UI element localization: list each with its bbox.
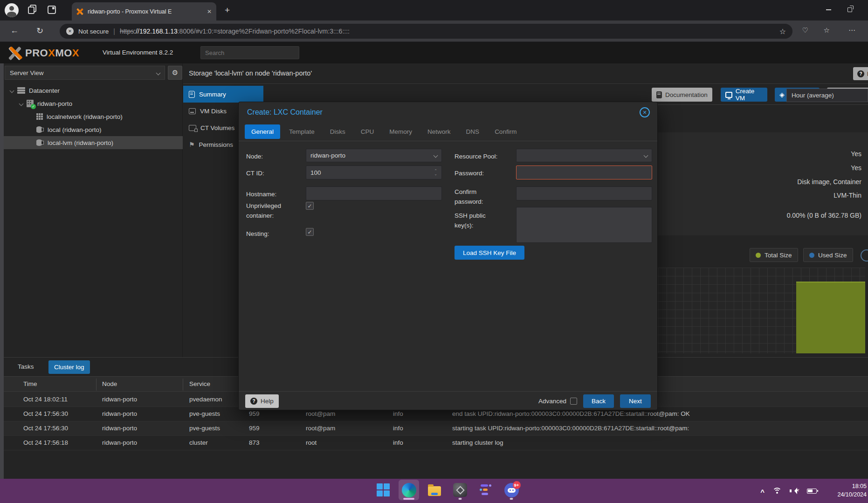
summary-value-type: LVM-Thin bbox=[834, 192, 861, 199]
favorites-icon[interactable]: ☆ bbox=[824, 26, 830, 34]
edge-taskbar-button[interactable] bbox=[399, 480, 419, 500]
column-divider[interactable] bbox=[96, 379, 96, 391]
next-button[interactable]: Next bbox=[620, 394, 651, 408]
tab-dns[interactable]: DNS bbox=[466, 128, 480, 135]
chevron-down-icon bbox=[644, 153, 648, 158]
ctid-stepper[interactable]: ⌃⌄ bbox=[306, 165, 442, 179]
product-version: Virtual Environment 8.2.2 bbox=[103, 49, 173, 56]
spinner-icons[interactable]: ⌃⌄ bbox=[434, 169, 437, 176]
tree-item-local[interactable]: local (ridwan-porto) bbox=[4, 123, 183, 136]
view-selector[interactable]: Server View bbox=[5, 66, 165, 80]
tab-cluster-log[interactable]: Cluster log bbox=[48, 360, 90, 374]
hostname-label: Hostname: bbox=[246, 189, 276, 199]
gear-icon[interactable]: ⚙ bbox=[168, 66, 182, 80]
browser-tab[interactable]: ridwan-porto - Proxmox Virtual E ✕ bbox=[72, 2, 216, 21]
tab-close-icon[interactable]: ✕ bbox=[207, 8, 212, 15]
tray-chevron-up-icon[interactable]: ^ bbox=[760, 488, 765, 496]
confirm-password-field[interactable] bbox=[516, 186, 652, 200]
legend-total-size[interactable]: Total Size bbox=[750, 248, 798, 262]
vmware-button[interactable] bbox=[450, 480, 470, 500]
create-vm-button[interactable]: Create VM bbox=[721, 88, 767, 102]
app-bars-button[interactable] bbox=[475, 480, 496, 500]
minimize-button[interactable] bbox=[818, 0, 839, 20]
help-button[interactable]: ? Help bbox=[245, 394, 279, 408]
wifi-icon[interactable] bbox=[772, 488, 782, 494]
log-row[interactable]: Oct 24 17:56:30 ridwan-porto pve-guests … bbox=[4, 421, 868, 436]
password-input[interactable] bbox=[521, 169, 648, 176]
unprivileged-checkbox[interactable]: ✓ bbox=[306, 202, 314, 210]
cell-node: ridwan-porto bbox=[102, 396, 137, 403]
node-select[interactable]: ridwan-porto bbox=[306, 149, 442, 162]
col-node[interactable]: Node bbox=[102, 380, 117, 387]
discord-button[interactable]: 9+ bbox=[501, 480, 522, 500]
col-service[interactable]: Service bbox=[189, 380, 210, 387]
hostname-input[interactable] bbox=[310, 190, 437, 197]
ctid-input[interactable] bbox=[310, 169, 434, 176]
new-tab-button[interactable]: + bbox=[225, 6, 230, 15]
pool-label: Resource Pool: bbox=[455, 152, 497, 161]
windows-taskbar: 9+ ^ ✕ 18:05 24/10/2024 bbox=[0, 479, 868, 503]
tab-disks[interactable]: Disks bbox=[330, 128, 345, 135]
nesting-checkbox[interactable]: ✓ bbox=[306, 228, 314, 236]
restore-button[interactable] bbox=[839, 0, 861, 20]
close-icon[interactable]: ✕ bbox=[640, 107, 650, 117]
file-explorer-button[interactable] bbox=[424, 480, 445, 500]
confirm-password-input[interactable] bbox=[521, 190, 648, 197]
page-help-button[interactable]: ? H bbox=[853, 67, 868, 80]
col-time[interactable]: Time bbox=[23, 380, 37, 387]
profile-avatar-icon[interactable] bbox=[5, 3, 19, 17]
legend-used-size[interactable]: Used Size bbox=[803, 248, 853, 262]
not-secure-label[interactable]: Not secure bbox=[78, 28, 109, 35]
tree-item-datacenter[interactable]: Datacenter bbox=[4, 84, 183, 97]
tab-memory[interactable]: Memory bbox=[389, 128, 412, 135]
log-row[interactable]: Oct 24 17:56:18 ridwan-porto cluster 873… bbox=[4, 436, 868, 450]
help-question-icon: ? bbox=[857, 70, 864, 77]
search-input[interactable] bbox=[200, 46, 299, 59]
back-icon[interactable]: ← bbox=[10, 26, 19, 35]
documentation-label: Documentation bbox=[665, 91, 708, 98]
settings-more-icon[interactable]: ⋯ bbox=[848, 26, 856, 34]
password-field[interactable] bbox=[516, 165, 652, 179]
back-button[interactable]: Back bbox=[583, 394, 614, 408]
chart-options-icon[interactable] bbox=[861, 249, 868, 262]
summary-value-enabled: Yes bbox=[851, 150, 861, 158]
vertical-tabs-icon[interactable] bbox=[47, 5, 59, 16]
url-text[interactable]: https://192.168.1.13:8006/#v1:0:=storage… bbox=[120, 28, 350, 35]
cell-time: Oct 24 17:56:18 bbox=[23, 439, 68, 446]
menu-item-summary[interactable]: Summary bbox=[183, 86, 263, 103]
hostname-field[interactable] bbox=[306, 186, 442, 200]
period-selector[interactable]: Hour (average) bbox=[786, 89, 868, 102]
start-button[interactable] bbox=[373, 480, 393, 500]
tree-item-local-lvm[interactable]: local-lvm (ridwan-porto) bbox=[4, 136, 183, 149]
load-ssh-key-button[interactable]: Load SSH Key File bbox=[455, 246, 524, 260]
tab-confirm[interactable]: Confirm bbox=[495, 128, 517, 135]
advanced-checkbox[interactable] bbox=[570, 398, 577, 405]
pool-select[interactable] bbox=[516, 149, 652, 162]
taskbar-clock[interactable]: 18:05 24/10/2024 bbox=[837, 482, 867, 499]
mute-icon[interactable]: ✕ bbox=[790, 488, 799, 494]
tab-tasks[interactable]: Tasks bbox=[18, 363, 34, 370]
tab-cpu[interactable]: CPU bbox=[361, 128, 374, 135]
tab-network[interactable]: Network bbox=[427, 128, 451, 135]
tab-general[interactable]: General bbox=[245, 124, 280, 139]
not-secure-icon[interactable]: ✕ bbox=[66, 28, 74, 35]
browser-tabstrip: ridwan-porto - Proxmox Virtual E ✕ + bbox=[0, 0, 868, 21]
load-ssh-key-label: Load SSH Key File bbox=[463, 249, 516, 256]
column-divider[interactable] bbox=[183, 379, 183, 391]
battery-icon[interactable] bbox=[807, 489, 817, 494]
expander-icon[interactable] bbox=[10, 88, 14, 93]
expander-icon[interactable] bbox=[19, 101, 24, 106]
address-bar[interactable]: ✕ Not secure | https://192.168.1.13:8006… bbox=[60, 24, 792, 39]
tree-item-node[interactable]: ✓ ridwan-porto bbox=[4, 97, 183, 110]
reload-icon[interactable]: ↻ bbox=[36, 26, 43, 36]
bookmark-star-icon[interactable]: ☆ bbox=[779, 27, 786, 36]
left-scrollbar[interactable] bbox=[0, 63, 4, 479]
documentation-button[interactable]: Documentation bbox=[652, 88, 712, 102]
help-label: Help bbox=[261, 398, 274, 405]
tree-item-localnetwork[interactable]: localnetwork (ridwan-porto) bbox=[4, 110, 183, 123]
browser-essentials-icon[interactable]: ♡ bbox=[802, 26, 808, 34]
ssh-key-textarea[interactable] bbox=[516, 207, 652, 243]
cell-pid: 959 bbox=[249, 410, 260, 417]
workspaces-icon[interactable] bbox=[27, 5, 39, 16]
tab-template[interactable]: Template bbox=[289, 128, 315, 135]
